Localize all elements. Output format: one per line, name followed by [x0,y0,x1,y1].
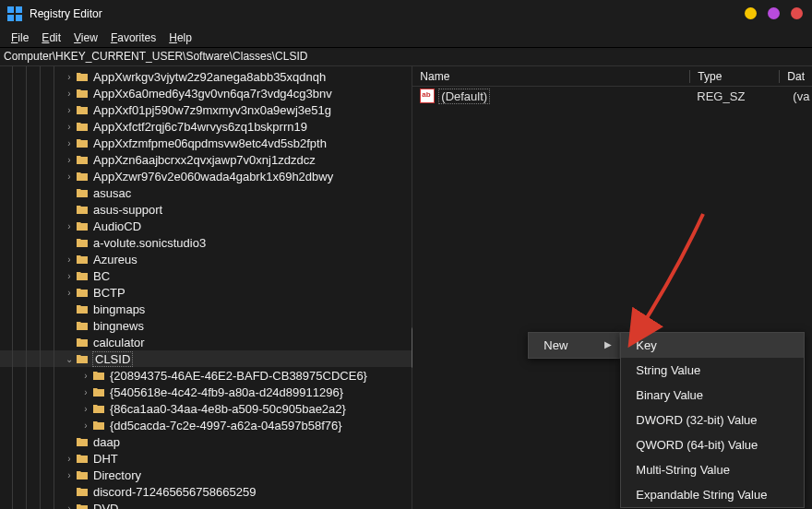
tree-pane[interactable]: ›AppXwrkgv3vjytw2z92anega8abb35xqdnqh›Ap… [0,66,412,509]
svg-rect-0 [7,6,14,13]
expand-chevron-icon[interactable]: › [65,503,74,510]
menu-favorites[interactable]: Favorites [105,30,161,46]
context-item-dword-32-bit-value[interactable]: DWORD (32-bit) Value [621,408,804,432]
menu-file[interactable]: File [6,30,34,46]
folder-icon [76,87,89,100]
tree-item[interactable]: ›{86ca1aa0-34aa-4e8b-a509-50c905bae2a2} [0,400,412,417]
svg-rect-2 [7,15,14,21]
tree-item[interactable]: ›{5405618e-4c42-4fb9-a80a-d24d89911296} [0,384,412,400]
expand-chevron-icon[interactable]: › [65,271,74,281]
context-item-string-value[interactable]: String Value [621,358,804,383]
tree-item[interactable]: ⌄CLSID [0,350,412,367]
folder-icon [92,385,105,398]
tree-item-label: AppXx6a0med6y43gv0vn6qa7r3vdg4cg3bnv [92,87,333,101]
tree-item[interactable]: ›AppXwrkgv3vjytw2z92anega8abb35xqdnqh [0,68,412,85]
string-value-icon [420,89,435,103]
value-row-default[interactable]: (Default) REG_SZ (va [412,87,812,105]
tree-item[interactable]: ›BC [0,267,412,284]
col-data[interactable]: Dat [780,70,812,83]
values-pane[interactable]: Name Type Dat (Default) REG_SZ (va New ▶… [412,66,812,509]
folder-icon [76,319,89,332]
tree-item-label: AppXwrkgv3vjytw2z92anega8abb35xqdnqh [92,70,327,84]
expand-chevron-icon[interactable]: › [65,122,74,132]
tree-item-label: asusac [92,186,132,200]
tree-item[interactable]: ›AppXxfctf2rqj6c7b4wrvys6zq1bskprrn19 [0,118,412,135]
expand-chevron-icon[interactable]: › [65,254,74,265]
tree-item[interactable]: a-volute.sonicstudio3 [0,234,412,251]
tree-item-label: DHT [92,452,119,466]
tree-item-label: {20894375-46AE-46E2-BAFD-CB38975CDCE6} [109,369,368,383]
expand-chevron-icon[interactable]: › [65,155,74,165]
tree-item[interactable]: asus-support [0,201,412,218]
tree-item-label: {86ca1aa0-34aa-4e8b-a509-50c905bae2a2} [109,402,347,416]
tree-item[interactable]: discord-712465656758665259 [0,483,412,500]
address-bar[interactable]: Computer\HKEY_CURRENT_USER\Software\Clas… [0,48,812,66]
tree-item[interactable]: ›AppXx6a0med6y43gv0vn6qa7r3vdg4cg3bnv [0,85,412,101]
tree-item[interactable]: ›DHT [0,450,412,467]
expand-chevron-icon[interactable]: › [65,89,74,99]
menu-edit[interactable]: Edit [36,30,66,46]
tree-item[interactable]: ›AudioCD [0,218,412,234]
close-button[interactable] [791,7,803,19]
expand-chevron-icon[interactable]: › [81,387,90,397]
context-menu[interactable]: New ▶ [528,332,620,359]
maximize-button[interactable] [768,7,780,19]
tree-item[interactable]: ›Directory [0,467,412,483]
tree-item[interactable]: ›DVD [0,500,412,509]
folder-icon [76,70,89,83]
context-item-new[interactable]: New ▶ [529,333,619,358]
expand-chevron-icon[interactable]: › [65,72,74,82]
expand-chevron-icon[interactable]: ⌄ [65,354,74,364]
expand-chevron-icon[interactable]: › [65,221,74,231]
tree-item-label: AppXxf01pj590w7z9mxmyv3nx0a9ewj3e51g [92,103,332,117]
tree-item-label: AppXxfctf2rqj6c7b4wrvys6zq1bskprrn19 [92,120,308,134]
window-buttons [745,7,803,19]
tree-item[interactable]: bingnews [0,317,412,334]
tree-item[interactable]: ›AppXzwr976v2e060wada4gabrk1x69h2dbwy [0,168,412,184]
tree-item[interactable]: ›AppXxf01pj590w7z9mxmyv3nx0a9ewj3e51g [0,101,412,118]
tree-item[interactable]: ›AppXxfzmfpme06qpdmsvw8etc4vd5sb2fpth [0,135,412,151]
folder-icon [76,502,89,509]
col-name[interactable]: Name [412,70,689,83]
expand-chevron-icon[interactable]: › [65,470,74,480]
expand-chevron-icon[interactable]: › [65,172,74,182]
folder-icon [76,336,89,349]
expand-chevron-icon[interactable]: › [65,138,74,148]
tree-item-label: AppXzn6aajbcrxx2qvxjawp7v0xnj1zdzdcz [92,153,316,167]
expand-chevron-icon[interactable]: › [81,420,90,431]
tree-item[interactable]: bingmaps [0,301,412,317]
context-item-key[interactable]: Key [621,333,804,358]
tree-item-label: BCTP [92,286,126,300]
folder-icon [76,120,89,133]
context-item-multi-string-value[interactable]: Multi-String Value [621,457,804,482]
tree-item[interactable]: ›BCTP [0,284,412,301]
tree-item[interactable]: ›Azureus [0,251,412,267]
folder-icon [92,419,105,432]
menu-help[interactable]: Help [163,30,197,46]
tree-item[interactable]: ›{20894375-46AE-46E2-BAFD-CB38975CDCE6} [0,367,412,384]
folder-icon [76,352,89,365]
tree-item-label: DVD [92,502,119,510]
tree-item[interactable]: asusac [0,184,412,201]
expand-chevron-icon[interactable]: › [81,404,90,414]
context-item-qword-64-bit-value[interactable]: QWORD (64-bit) Value [621,432,804,457]
context-submenu-new[interactable]: KeyString ValueBinary ValueDWORD (32-bit… [620,332,805,508]
context-item-binary-value[interactable]: Binary Value [621,383,804,408]
folder-icon [76,286,89,299]
tree-item[interactable]: ›{dd5cacda-7c2e-4997-a62a-04a597b58f76} [0,417,412,433]
col-type[interactable]: Type [690,70,779,83]
expand-chevron-icon[interactable]: › [81,371,90,381]
tree-item[interactable]: calculator [0,334,412,350]
window-title: Registry Editor [30,7,102,20]
content-area: ›AppXwrkgv3vjytw2z92anega8abb35xqdnqh›Ap… [0,66,812,509]
expand-chevron-icon[interactable]: › [65,454,74,464]
tree-item[interactable]: daap [0,433,412,450]
context-item-expandable-string-value[interactable]: Expandable String Value [621,482,804,507]
folder-icon [76,468,89,481]
menu-view[interactable]: View [68,30,103,46]
expand-chevron-icon[interactable]: › [65,288,74,298]
expand-chevron-icon[interactable]: › [65,105,74,115]
minimize-button[interactable] [745,7,757,19]
folder-icon [76,302,89,315]
tree-item[interactable]: ›AppXzn6aajbcrxx2qvxjawp7v0xnj1zdzdcz [0,151,412,168]
